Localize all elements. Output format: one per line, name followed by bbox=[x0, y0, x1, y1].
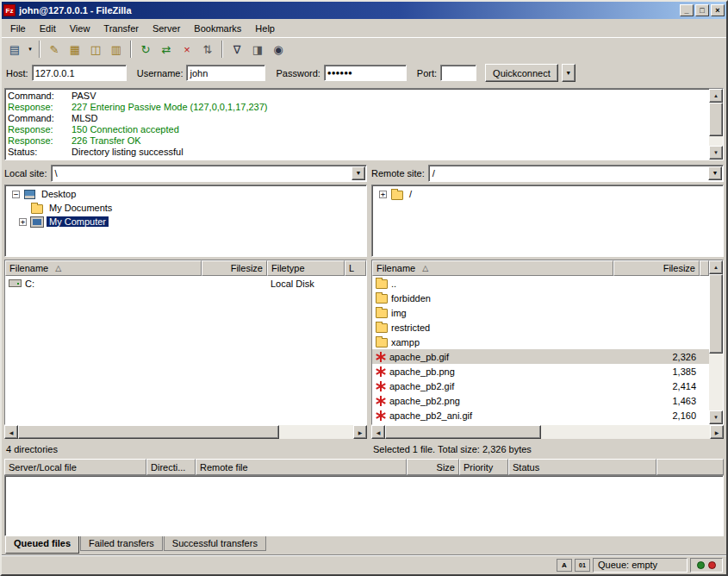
file-name: apache_pb2_ani.gif bbox=[389, 410, 472, 421]
local-site-value: \ bbox=[53, 168, 352, 178]
tree-item-desktop[interactable]: − Desktop bbox=[7, 187, 364, 201]
remote-horizontal-scrollbar[interactable]: ◀ ▶ bbox=[371, 425, 724, 439]
username-input[interactable] bbox=[186, 65, 265, 81]
scrollbar-thumb[interactable] bbox=[709, 103, 723, 136]
scroll-down-icon[interactable]: ▼ bbox=[709, 146, 723, 160]
toggle-remote-tree-button[interactable]: ◫ bbox=[85, 40, 106, 59]
scroll-left-icon[interactable]: ◀ bbox=[4, 425, 18, 439]
scrollbar-thumb[interactable] bbox=[385, 425, 541, 439]
site-manager-dropdown[interactable]: ▾ bbox=[25, 40, 35, 59]
remote-file-row[interactable]: restricted bbox=[372, 320, 709, 335]
local-horizontal-scrollbar[interactable]: ◀ ▶ bbox=[4, 425, 367, 439]
local-file-row[interactable]: C: Local Disk bbox=[5, 276, 366, 291]
queue-column-size[interactable]: Size bbox=[407, 459, 459, 475]
tab-failed-transfers[interactable]: Failed transfers bbox=[80, 536, 163, 551]
filter-button[interactable]: ∇ bbox=[227, 40, 247, 59]
log-line-label: Status: bbox=[8, 147, 72, 158]
green-led-icon bbox=[697, 561, 705, 569]
queue-column-direction[interactable]: Directi... bbox=[146, 459, 196, 475]
remote-file-row[interactable]: apache_pb.png 1,385 bbox=[372, 364, 709, 379]
folder-icon bbox=[376, 294, 388, 304]
titlebar: Fz john@127.0.0.1 - FileZilla _ □ × bbox=[2, 2, 726, 19]
queue-column-remote-file[interactable]: Remote file bbox=[196, 459, 407, 475]
combo-dropdown-icon[interactable]: ▼ bbox=[352, 166, 365, 180]
tree-item-my-documents[interactable]: My Documents bbox=[7, 201, 364, 215]
refresh-icon: ↻ bbox=[141, 43, 151, 56]
menu-view[interactable]: View bbox=[63, 21, 97, 36]
scroll-right-icon[interactable]: ▶ bbox=[353, 425, 367, 439]
log-line-text: 150 Connection accepted bbox=[72, 124, 179, 135]
scroll-right-icon[interactable]: ▶ bbox=[710, 425, 724, 439]
cancel-button[interactable]: × bbox=[177, 40, 197, 59]
close-button[interactable]: × bbox=[711, 4, 725, 16]
menu-bookmarks[interactable]: Bookmarks bbox=[187, 21, 248, 36]
scroll-down-icon[interactable]: ▼ bbox=[709, 410, 723, 424]
quickconnect-bar: Host: Username: Password: Port: Quickcon… bbox=[2, 60, 726, 85]
tree-item-my-computer[interactable]: + My Computer bbox=[7, 215, 364, 229]
remote-file-row[interactable]: .. bbox=[372, 276, 709, 291]
scroll-up-icon[interactable]: ▲ bbox=[709, 89, 723, 103]
expander-icon[interactable]: − bbox=[12, 191, 20, 198]
remote-file-row[interactable]: xampp bbox=[372, 335, 709, 349]
find-files-button[interactable]: ◉ bbox=[268, 40, 289, 59]
column-header-filetype[interactable]: Filetype bbox=[267, 260, 345, 276]
site-manager-button[interactable]: ▤ bbox=[4, 40, 25, 59]
remote-file-row[interactable]: img bbox=[372, 305, 709, 320]
scrollbar-thumb[interactable] bbox=[709, 274, 723, 354]
status-bar: A 01 Queue: empty bbox=[2, 554, 726, 574]
remote-file-row[interactable]: forbidden bbox=[372, 291, 709, 305]
expander-icon[interactable]: + bbox=[19, 218, 27, 226]
log-line-text: 226 Transfer OK bbox=[72, 135, 141, 147]
menu-help[interactable]: Help bbox=[248, 21, 282, 36]
tab-queued-files[interactable]: Queued files bbox=[5, 536, 79, 554]
queue-column-priority[interactable]: Priority bbox=[459, 459, 508, 475]
column-header-filename[interactable]: Filename△ bbox=[5, 260, 202, 276]
remote-site-combobox[interactable]: / ▼ bbox=[428, 165, 724, 182]
local-site-combobox[interactable]: \ ▼ bbox=[51, 165, 367, 182]
local-tree-icon: ▦ bbox=[70, 43, 80, 56]
process-queue-button[interactable]: ⇄ bbox=[156, 40, 177, 59]
host-input[interactable] bbox=[32, 65, 127, 81]
tab-successful-transfers[interactable]: Successful transfers bbox=[164, 536, 266, 551]
queue-column-status[interactable]: Status bbox=[508, 459, 656, 475]
menu-file[interactable]: File bbox=[3, 21, 33, 36]
transfer-type-ascii-icon: A bbox=[557, 559, 572, 572]
column-header-last-modified[interactable]: L bbox=[345, 260, 366, 276]
menu-edit[interactable]: Edit bbox=[33, 21, 63, 36]
remote-file-row[interactable]: apache_pb2.gif 2,414 bbox=[372, 379, 709, 393]
column-header-filesize[interactable]: Filesize bbox=[613, 260, 700, 276]
remote-file-row[interactable]: apache_pb2.png 1,463 bbox=[372, 393, 709, 408]
folder-icon bbox=[376, 323, 388, 333]
scroll-left-icon[interactable]: ◀ bbox=[371, 425, 385, 439]
column-header-filename[interactable]: Filename△ bbox=[372, 260, 613, 276]
quickconnect-dropdown[interactable]: ▼ bbox=[562, 64, 576, 82]
combo-dropdown-icon[interactable]: ▼ bbox=[708, 166, 722, 180]
toggle-local-tree-button[interactable]: ▦ bbox=[65, 40, 85, 59]
comparison-button[interactable]: ◨ bbox=[247, 40, 268, 59]
scroll-up-icon[interactable]: ▲ bbox=[709, 260, 723, 274]
remote-file-row[interactable]: apache_pb2_ani.gif 2,160 bbox=[372, 408, 709, 423]
password-input[interactable] bbox=[324, 65, 407, 81]
find-files-icon: ◉ bbox=[273, 43, 283, 56]
menu-server[interactable]: Server bbox=[146, 21, 187, 36]
column-header-filesize[interactable]: Filesize bbox=[202, 260, 267, 276]
queue-status-text: Queue: empty bbox=[593, 558, 688, 573]
remote-vertical-scrollbar[interactable]: ▲ ▼ bbox=[709, 260, 723, 424]
expander-icon[interactable]: + bbox=[379, 191, 387, 198]
local-site-row: Local site: \ ▼ bbox=[4, 163, 367, 183]
queue-column-server-local-file[interactable]: Server/Local file bbox=[4, 459, 146, 475]
refresh-button[interactable]: ↻ bbox=[135, 40, 156, 59]
disconnect-button[interactable]: ⇅ bbox=[197, 40, 218, 59]
log-vertical-scrollbar[interactable]: ▲ ▼ bbox=[709, 89, 723, 160]
minimize-button[interactable]: _ bbox=[680, 4, 694, 16]
tree-item-root[interactable]: + / bbox=[374, 187, 721, 201]
remote-file-row-selected[interactable]: apache_pb.gif 2,326 bbox=[372, 349, 709, 364]
toggle-queue-button[interactable]: ▥ bbox=[106, 40, 127, 59]
quickconnect-button[interactable]: Quickconnect bbox=[485, 64, 558, 82]
toggle-message-log-button[interactable]: ✎ bbox=[44, 40, 65, 59]
transfer-queue: Server/Local file Directi... Remote file… bbox=[2, 459, 726, 536]
menu-transfer[interactable]: Transfer bbox=[96, 21, 146, 36]
port-input[interactable] bbox=[440, 65, 476, 81]
scrollbar-thumb[interactable] bbox=[18, 425, 279, 439]
maximize-button[interactable]: □ bbox=[695, 4, 709, 16]
